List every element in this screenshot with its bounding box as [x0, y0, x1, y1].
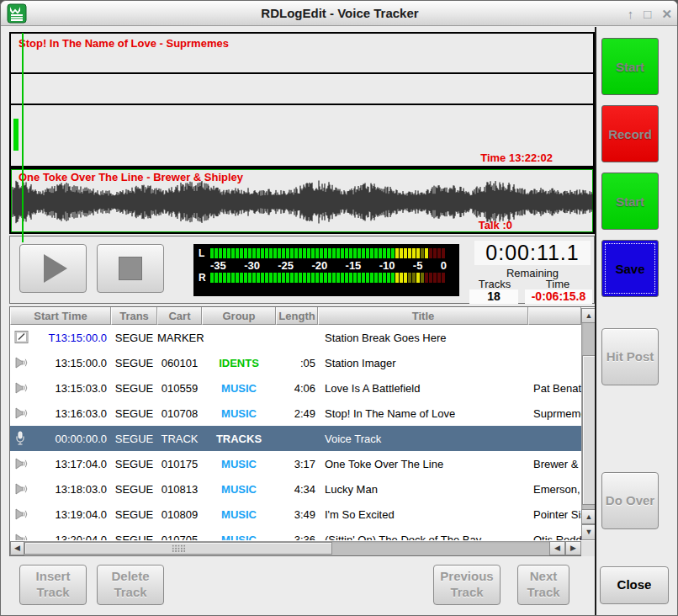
vu-segment	[336, 248, 340, 258]
log-body: T13:15:00.0SEGUEMARKERStation Break Goes…	[10, 325, 581, 540]
titlebar[interactable]: RDLogEdit - Voice Tracker ↑ □ ✕	[1, 1, 678, 26]
close-button[interactable]: Close	[600, 566, 669, 604]
vscroll-thumb[interactable]	[582, 355, 596, 505]
vu-segment	[345, 248, 348, 258]
log-row[interactable]: 00:00:00.0SEGUETRACKTRACKSVoice Track	[10, 426, 581, 451]
scroll-left-button-2[interactable]: ◀	[549, 541, 565, 555]
log-deck-panel[interactable]: Stop! In The Name of Love - Suprmemes Ti…	[9, 32, 595, 167]
vu-segment	[269, 248, 273, 258]
hscroll-grip	[172, 544, 186, 552]
time-remaining-value: -0:06:15.8	[525, 289, 592, 304]
header-cell-title[interactable]: Title	[318, 307, 528, 325]
log-row[interactable]: 13:18:03.0SEGUE010813MUSIC4:34Lucky ManE…	[10, 476, 581, 502]
log-row[interactable]: 13:19:04.0SEGUE010809MUSIC3:49I'm So Exc…	[10, 502, 581, 527]
log-row[interactable]: 13:16:03.0SEGUE010708MUSIC2:49Stop! In T…	[10, 401, 581, 426]
deck-divider	[11, 72, 593, 74]
header-cell-start-time[interactable]: Start Time	[10, 307, 111, 325]
vu-segment	[404, 273, 407, 283]
next-track-button[interactable]: Next Track	[517, 565, 569, 605]
cell-cart: 010708	[157, 407, 202, 420]
record-button[interactable]: Record	[601, 105, 659, 162]
vu-segment	[421, 248, 424, 258]
header-cell-length[interactable]: Length	[276, 307, 318, 325]
vu-meter: L -35-30-25-20-15-10-50 R	[193, 244, 459, 296]
stop-icon	[119, 257, 142, 280]
track-deck-panel[interactable]: One Toke Over The Line - Brewer & Shiple…	[9, 167, 595, 234]
vu-segment	[370, 273, 373, 283]
start-record-deck-button[interactable]: Start	[601, 38, 659, 95]
vu-segment	[252, 248, 256, 258]
vu-segment	[341, 248, 344, 258]
start-play-deck-button[interactable]: Start	[601, 173, 659, 230]
cell-cart: 010705	[157, 534, 202, 541]
cell-start-time: T13:15:00.0	[49, 332, 111, 344]
vu-segment	[299, 273, 302, 283]
vu-scale-label: -15	[346, 260, 362, 271]
vu-segment	[366, 273, 369, 283]
vu-segment	[374, 273, 378, 283]
cell-trans: SEGUE	[111, 357, 157, 369]
talk-time-label: Talk :0	[479, 219, 512, 231]
cell-group: MUSIC	[202, 508, 276, 521]
cell-title: I'm So Excited	[318, 508, 528, 521]
vu-segment	[328, 273, 331, 283]
transport-panel: L -35-30-25-20-15-10-50 R 0:00:11.1 Rema…	[9, 236, 595, 304]
log-row[interactable]: 13:15:00.0SEGUE060101IDENTS:05Station Im…	[10, 350, 581, 375]
hit-post-button[interactable]: Hit Post	[601, 328, 659, 385]
vu-right-segments	[210, 273, 446, 283]
do-over-button[interactable]: Do Over	[601, 472, 659, 529]
previous-track-button[interactable]: Previous Track	[433, 565, 501, 605]
cell-group: MUSIC	[202, 407, 276, 420]
delete-track-button[interactable]: Delete Track	[97, 565, 164, 605]
cell-length: 3:49	[276, 508, 318, 521]
cell-artist: Pat Benatar	[528, 382, 581, 395]
vu-segment	[320, 273, 323, 283]
header-cell-trans[interactable]: Trans	[111, 307, 157, 325]
window-title: RDLogEdit - Voice Tracker	[1, 6, 678, 20]
vu-segment	[227, 273, 230, 283]
vu-segment	[370, 248, 373, 258]
vu-segment	[315, 248, 319, 258]
vu-segment	[328, 248, 331, 258]
panel-separator	[595, 27, 596, 616]
vu-segment	[416, 248, 420, 258]
cell-group: MUSIC	[202, 382, 276, 395]
header-cell-group[interactable]: Group	[202, 307, 276, 325]
header-cell-artist[interactable]	[528, 307, 581, 325]
maximize-window-button[interactable]: □	[644, 8, 651, 20]
save-button[interactable]: Save	[601, 240, 659, 297]
log-row[interactable]: 13:20:04.0SEGUE010705MUSIC3:36(Sittin' O…	[10, 527, 581, 540]
hscroll-thumb[interactable]	[24, 542, 332, 555]
scroll-left-button[interactable]: ◀	[10, 541, 24, 555]
vu-segment	[315, 273, 319, 283]
vu-segment	[311, 273, 315, 283]
vu-segment	[353, 273, 357, 283]
cell-cart: 010175	[157, 458, 202, 470]
vu-right-label: R	[199, 273, 210, 283]
vu-segment	[278, 248, 281, 258]
insert-track-button[interactable]: Insert Track	[19, 565, 87, 605]
vu-segment	[437, 273, 441, 283]
shade-window-button[interactable]: ↑	[628, 8, 634, 20]
cell-artist: Emerson, Lake & Palmer	[528, 483, 581, 496]
vu-segment	[416, 273, 420, 283]
play-button[interactable]	[19, 244, 87, 293]
close-window-button[interactable]: ✕	[661, 8, 672, 20]
log-row[interactable]: 13:17:04.0SEGUE010175MUSIC3:17One Toke O…	[10, 451, 581, 476]
log-row[interactable]: T13:15:00.0SEGUEMARKERStation Break Goes…	[10, 325, 581, 350]
stop-button[interactable]	[97, 244, 164, 293]
scroll-right-button[interactable]: ▶	[565, 541, 581, 555]
cell-title: (Sittin' On) The Dock of The Bay	[318, 534, 528, 541]
vu-segment	[210, 248, 214, 258]
cell-trans: SEGUE	[111, 382, 157, 395]
vu-segment	[252, 273, 256, 283]
log-header: Start TimeTransCartGroupLengthTitle	[10, 307, 581, 325]
vu-segment	[345, 273, 348, 283]
vu-segment	[332, 273, 336, 283]
vu-segment	[442, 273, 445, 283]
vu-segment	[395, 248, 399, 258]
vu-segment	[379, 273, 382, 283]
header-cell-cart[interactable]: Cart	[157, 307, 202, 325]
log-row[interactable]: 13:15:03.0SEGUE010559MUSIC4:06Love Is A …	[10, 375, 581, 401]
track-start-marker[interactable]	[13, 119, 19, 151]
